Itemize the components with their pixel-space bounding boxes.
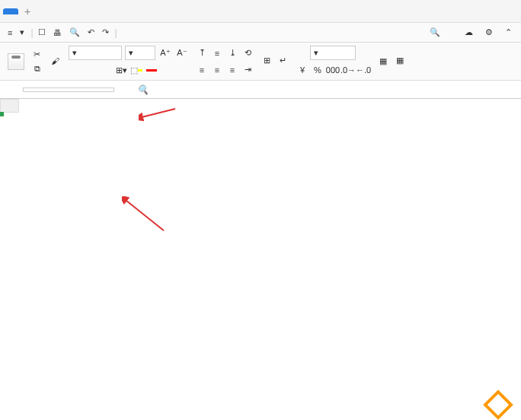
- annotation-arrow-1: [139, 107, 177, 122]
- number-format-select[interactable]: ▾: [310, 46, 356, 60]
- underline-button[interactable]: [99, 63, 113, 77]
- bold-button[interactable]: [69, 63, 82, 77]
- watermark-logo-icon: O: [483, 390, 513, 420]
- font-color-button[interactable]: [145, 63, 158, 77]
- align-left-icon[interactable]: ≡: [195, 63, 209, 77]
- comma-icon[interactable]: 000: [326, 63, 340, 77]
- indent-icon[interactable]: ⇥: [241, 63, 254, 77]
- format-painter-button[interactable]: 🖌: [48, 55, 62, 68]
- watermark: O: [487, 394, 513, 415]
- dec-decimal-icon[interactable]: ←.0: [356, 63, 370, 77]
- annotation-arrow-2: [122, 196, 168, 234]
- align-right-icon[interactable]: ≡: [225, 63, 239, 77]
- font-size-select[interactable]: ▾: [125, 46, 155, 60]
- redo-icon[interactable]: ↷: [99, 26, 112, 39]
- inc-decimal-icon[interactable]: .0→: [341, 63, 355, 77]
- align-bottom-icon[interactable]: ⤓: [225, 46, 239, 60]
- currency-icon[interactable]: ¥: [296, 63, 309, 77]
- copy-button[interactable]: ⧉: [31, 62, 45, 75]
- settings-icon[interactable]: ⚙: [482, 26, 496, 39]
- cond-format-button[interactable]: ▦: [393, 54, 407, 68]
- name-box[interactable]: [23, 88, 114, 92]
- preview-icon[interactable]: 🔍: [66, 26, 83, 39]
- collapse-ribbon-icon[interactable]: ⌃: [502, 26, 515, 39]
- save-icon[interactable]: ☐: [35, 26, 49, 39]
- formula-input[interactable]: [149, 88, 521, 91]
- add-tab-button[interactable]: +: [24, 5, 30, 18]
- app-menu-icon[interactable]: ≡: [5, 27, 15, 39]
- clipboard-icon: [8, 53, 24, 70]
- undo-icon[interactable]: ↶: [85, 26, 97, 39]
- align-middle-icon[interactable]: ≡: [210, 46, 224, 60]
- orientation-icon[interactable]: ⟲: [241, 46, 254, 60]
- fill-color-button[interactable]: ⬚: [129, 63, 143, 77]
- document-tab-bar: +: [0, 0, 521, 23]
- merge-center-button[interactable]: ⊞: [260, 54, 273, 68]
- cell-style-icon[interactable]: ▦: [376, 55, 390, 68]
- spreadsheet-grid[interactable]: [0, 99, 521, 420]
- file-menu[interactable]: ▾: [17, 26, 27, 39]
- wrap-text-button[interactable]: ↵: [276, 54, 289, 68]
- toolbar: ✂ ⧉ 🖌 ▾ ▾ A⁺ A⁻ ⊞▾ ⬚ ⤒ ≡ ⤓ ⟲: [0, 43, 521, 81]
- cut-button[interactable]: ✂: [30, 48, 45, 61]
- svg-line-1: [126, 200, 164, 231]
- merge-data-button[interactable]: [449, 31, 455, 34]
- home-tab[interactable]: [3, 8, 18, 14]
- select-all-corner[interactable]: [1, 100, 19, 113]
- increase-font-icon[interactable]: A⁺: [158, 46, 172, 59]
- svg-line-0: [142, 109, 175, 117]
- cloud-icon[interactable]: ☁: [462, 26, 476, 39]
- menu-bar: ≡ ▾ | ☐ 🖶 🔍 ↶ ↷ | 🔍 ☁ ⚙ ⌃: [0, 23, 521, 43]
- selection-outline: [0, 113, 3, 116]
- italic-button[interactable]: [84, 63, 97, 77]
- paste-button[interactable]: [5, 52, 27, 72]
- font-name-select[interactable]: ▾: [69, 46, 122, 60]
- print-icon[interactable]: 🖶: [50, 27, 65, 39]
- more-font-icon[interactable]: ⊞▾: [114, 63, 128, 77]
- formula-bar: 🔍: [0, 81, 521, 99]
- align-top-icon[interactable]: ⤒: [195, 46, 209, 60]
- percent-icon[interactable]: %: [311, 63, 324, 77]
- fx-icon[interactable]: 🔍: [137, 84, 149, 95]
- align-center-icon[interactable]: ≡: [210, 63, 224, 77]
- decrease-font-icon[interactable]: A⁻: [175, 46, 189, 59]
- search-icon[interactable]: 🔍: [427, 26, 443, 39]
